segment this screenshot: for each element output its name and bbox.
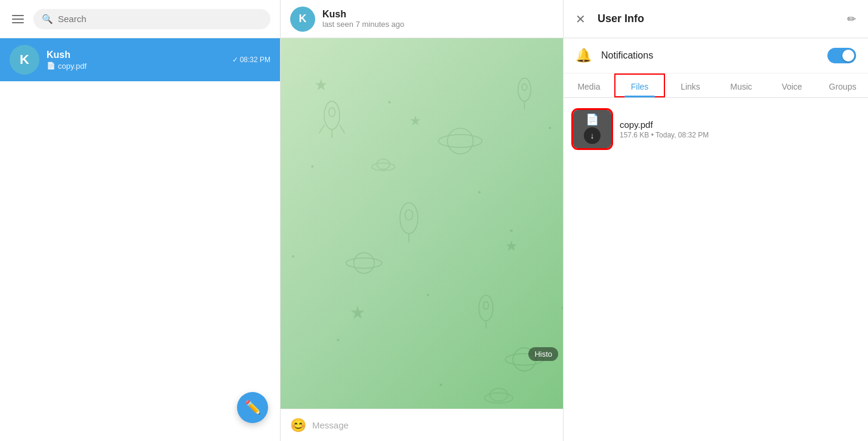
file-meta: 157.6 KB • Today, 08:32 PM [620, 131, 858, 139]
svg-point-14 [448, 128, 473, 154]
tab-media[interactable]: Media [564, 74, 614, 97]
chat-preview-text: copy.pdf [58, 62, 87, 71]
tabs-row: Media Files Links Music Voice Groups [564, 74, 868, 98]
svg-point-7 [522, 84, 527, 90]
close-button[interactable]: ✕ [573, 10, 588, 29]
fab-container: ✏️ [0, 81, 280, 441]
svg-point-15 [438, 134, 482, 148]
svg-point-17 [346, 258, 382, 268]
svg-point-0 [324, 101, 340, 129]
file-thumbnail: 📄 ↓ [573, 110, 611, 148]
hamburger-button[interactable] [10, 13, 26, 26]
download-icon: ↓ [584, 127, 601, 144]
search-icon: 🔍 [42, 14, 53, 24]
svg-point-11 [479, 295, 493, 321]
sidebar-header: 🔍 Search [0, 0, 280, 38]
tab-links[interactable]: Links [665, 74, 716, 97]
svg-point-5 [518, 78, 531, 102]
document-icon: 📄 [586, 114, 599, 125]
svg-point-13 [484, 302, 489, 310]
edit-button[interactable]: ✏ [845, 10, 858, 28]
file-icon: 📄 [47, 62, 56, 70]
svg-point-25 [389, 101, 391, 103]
files-list: 📄 ↓ copy.pdf 157.6 KB • Today, 08:32 PM [564, 98, 868, 160]
file-name: copy.pdf [620, 120, 858, 130]
chat-bg-pattern-svg [281, 38, 563, 409]
user-info-panel: ✕ User Info ✏ 🔔 Notifications Media File… [564, 0, 868, 441]
svg-point-33 [562, 307, 563, 309]
svg-marker-21 [410, 115, 420, 125]
history-badge: Histo [528, 347, 558, 361]
svg-line-2 [319, 125, 325, 133]
message-input[interactable] [312, 415, 553, 435]
svg-point-29 [440, 384, 442, 386]
notifications-toggle[interactable] [827, 48, 856, 63]
chat-time: ✓ 08:32 PM [232, 56, 270, 64]
panel-header: ✕ User Info ✏ [564, 0, 868, 38]
panel-title: User Info [598, 13, 835, 25]
svg-point-4 [329, 108, 335, 117]
svg-point-16 [354, 253, 374, 273]
svg-point-35 [427, 294, 429, 296]
svg-point-27 [549, 127, 551, 129]
avatar: K [10, 45, 39, 75]
message-input-area: 😊 [281, 409, 563, 441]
notifications-label: Notifications [601, 50, 818, 61]
svg-marker-22 [351, 305, 364, 318]
check-mark-icon: ✓ [232, 56, 238, 64]
chat-area: K Kush last seen 7 minutes ago [281, 0, 564, 441]
chat-header-status: last seen 7 minutes ago [322, 20, 553, 29]
svg-line-3 [340, 125, 345, 133]
search-box[interactable]: 🔍 Search [33, 9, 270, 29]
chat-header-name: Kush [322, 9, 553, 20]
chat-header: K Kush last seen 7 minutes ago [281, 0, 563, 38]
compose-button[interactable]: ✏️ [237, 392, 268, 423]
chat-list-item[interactable]: K Kush 📄 copy.pdf ✓ 08:32 PM [0, 38, 280, 81]
file-item: 📄 ↓ copy.pdf 157.6 KB • Today, 08:32 PM [573, 105, 858, 153]
notifications-row: 🔔 Notifications [564, 38, 868, 74]
svg-point-30 [510, 229, 513, 232]
svg-point-34 [292, 255, 294, 258]
chat-preview: 📄 copy.pdf [47, 62, 225, 71]
chat-name: Kush [47, 50, 225, 60]
tab-groups[interactable]: Groups [817, 74, 868, 97]
bell-icon: 🔔 [575, 48, 592, 63]
chat-meta: ✓ 08:32 PM [232, 56, 270, 64]
svg-point-10 [405, 210, 413, 220]
svg-point-8 [400, 203, 418, 234]
svg-point-24 [312, 166, 314, 168]
search-placeholder: Search [58, 14, 87, 24]
emoji-button[interactable]: 😊 [290, 418, 306, 433]
file-details: copy.pdf 157.6 KB • Today, 08:32 PM [620, 120, 858, 139]
tab-voice[interactable]: Voice [767, 74, 817, 97]
svg-point-37 [490, 388, 507, 402]
sidebar: 🔍 Search K Kush 📄 copy.pdf ✓ 08:32 PM ✏️ [0, 0, 281, 441]
svg-marker-20 [315, 79, 327, 91]
chat-background: Histo [281, 38, 563, 409]
tab-files[interactable]: Files [614, 74, 665, 97]
svg-point-26 [478, 191, 481, 194]
svg-point-39 [377, 159, 390, 169]
svg-point-28 [337, 339, 340, 341]
chat-header-avatar: K [290, 7, 315, 32]
svg-marker-23 [506, 241, 516, 251]
chat-info: Kush 📄 copy.pdf [47, 50, 225, 71]
tab-music[interactable]: Music [716, 74, 767, 97]
chat-header-info: Kush last seen 7 minutes ago [322, 9, 553, 29]
